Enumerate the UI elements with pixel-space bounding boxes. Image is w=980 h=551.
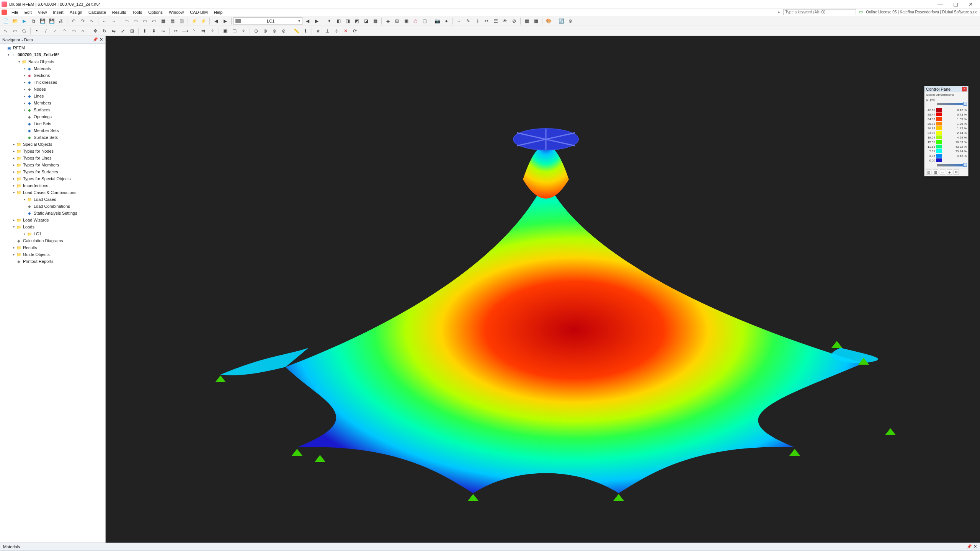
- tree-item[interactable]: ◆Openings: [0, 113, 105, 120]
- tree-item[interactable]: ▸◆Materials: [0, 65, 105, 72]
- copy-icon[interactable]: ⧉: [29, 17, 38, 25]
- fillet-icon[interactable]: ◝: [190, 27, 198, 35]
- print-icon[interactable]: 🖨: [57, 17, 65, 25]
- polyline-icon[interactable]: ⟋: [51, 27, 59, 35]
- pointer-icon[interactable]: ↖: [88, 17, 96, 25]
- calc-icon[interactable]: ⚡: [190, 17, 198, 25]
- layer-icon[interactable]: ☰: [492, 17, 500, 25]
- tree-item[interactable]: ▸📁Load Wizards: [0, 217, 105, 223]
- window-3-icon[interactable]: ▭: [140, 17, 149, 25]
- new-file-icon[interactable]: 📄: [2, 17, 10, 25]
- clip-icon[interactable]: ✂: [482, 17, 491, 25]
- sweep-icon[interactable]: ↝: [159, 27, 167, 35]
- loadcase-dropdown[interactable]: LC1▾: [234, 17, 302, 25]
- snap-toggle-icon[interactable]: #: [314, 27, 322, 35]
- save-icon[interactable]: 💾: [38, 17, 47, 25]
- view-d-icon[interactable]: ◩: [353, 17, 361, 25]
- tree-item[interactable]: ▸📁Types for Lines: [0, 155, 105, 161]
- dock-close-icon[interactable]: ✕: [973, 544, 977, 549]
- cp-settings-icon[interactable]: ⚙: [954, 170, 959, 175]
- line-icon[interactable]: /: [42, 27, 50, 35]
- tree-item[interactable]: ▾📁Loads: [0, 223, 105, 230]
- sel-poly-icon[interactable]: ⬠: [20, 27, 28, 35]
- menu-window[interactable]: Window: [166, 10, 187, 15]
- save-all-icon[interactable]: 💾: [47, 17, 56, 25]
- pin-icon[interactable]: 📌: [93, 37, 98, 42]
- tree-item[interactable]: ◆Line Sets: [0, 120, 105, 127]
- cube-icon[interactable]: ▣: [402, 17, 410, 25]
- forward-icon[interactable]: →: [109, 17, 118, 25]
- minimize-button[interactable]: —: [933, 0, 948, 8]
- run-icon[interactable]: ▶: [20, 17, 28, 25]
- open-file-icon[interactable]: 📂: [11, 17, 19, 25]
- tree-item[interactable]: ▸📁Types for Surfaces: [0, 168, 105, 175]
- extend-icon[interactable]: ⟶: [181, 27, 189, 35]
- rect-icon[interactable]: ▭: [69, 27, 78, 35]
- tree-item[interactable]: ▸📁Imperfections: [0, 182, 105, 189]
- scale-icon[interactable]: ⤢: [119, 27, 127, 35]
- measure-icon[interactable]: 📏: [292, 27, 301, 35]
- tree-item[interactable]: ▸◆Sections: [0, 72, 105, 79]
- tree-item[interactable]: ▸📁Guide Objects: [0, 251, 105, 258]
- circle-icon[interactable]: ○: [78, 27, 87, 35]
- menu-file[interactable]: File: [8, 10, 21, 15]
- cp-range-icon[interactable]: ↔: [940, 170, 945, 175]
- update-icon[interactable]: 🔄: [557, 17, 565, 25]
- close-panel-icon[interactable]: ✕: [100, 37, 103, 42]
- trim-icon[interactable]: ✂: [172, 27, 180, 35]
- cp-colors-icon[interactable]: ▤: [926, 170, 931, 175]
- tree-item[interactable]: ◆Member Sets: [0, 127, 105, 134]
- next-lc-icon[interactable]: ▶: [221, 17, 229, 25]
- tree-item[interactable]: ▾📁Load Cases & Combinations: [0, 189, 105, 196]
- tree-item[interactable]: ▸📁Types for Nodes: [0, 148, 105, 155]
- record-icon[interactable]: ●: [442, 17, 451, 25]
- rotate-icon[interactable]: ↻: [100, 27, 109, 35]
- tree-item[interactable]: ▸◆Lines: [0, 93, 105, 99]
- lc-prev-icon[interactable]: ◀: [303, 17, 312, 25]
- offset-icon[interactable]: ⇉: [199, 27, 207, 35]
- group-icon[interactable]: ▣: [221, 27, 229, 35]
- mirror-icon[interactable]: ⇋: [109, 27, 118, 35]
- table-icon[interactable]: ▥: [177, 17, 186, 25]
- tree-item[interactable]: ◆Load Combinations: [0, 203, 105, 210]
- view-e-icon[interactable]: ◪: [362, 17, 370, 25]
- view-b-icon[interactable]: ◧: [334, 17, 343, 25]
- menu-assign[interactable]: Assign: [67, 10, 85, 15]
- tree-item[interactable]: ▸📁Types for Members: [0, 161, 105, 168]
- ungroup-icon[interactable]: ▢: [230, 27, 238, 35]
- panel-icon[interactable]: ▤: [168, 17, 176, 25]
- tree-item[interactable]: ◆Static Analysis Settings: [0, 210, 105, 217]
- window-tile-icon[interactable]: ▦: [159, 17, 167, 25]
- tree-item[interactable]: ▸◆Nodes: [0, 86, 105, 93]
- keyword-search-input[interactable]: [783, 9, 856, 15]
- legend-max-slider[interactable]: [937, 103, 966, 105]
- tree-item[interactable]: ▸📁Types for Special Objects: [0, 175, 105, 182]
- render-icon[interactable]: ◎: [411, 17, 420, 25]
- menu-edit[interactable]: Edit: [21, 10, 35, 15]
- control-panel-close-icon[interactable]: ✕: [962, 87, 967, 91]
- info-icon[interactable]: ℹ: [301, 27, 310, 35]
- view-c-icon[interactable]: ◨: [343, 17, 352, 25]
- menu-help[interactable]: Help: [211, 10, 226, 15]
- show-2-icon[interactable]: ▦: [532, 17, 540, 25]
- model-viewport[interactable]: Control Panel✕ Global Deformations |u| […: [106, 36, 980, 543]
- tree-root[interactable]: ▣RFEM: [0, 44, 105, 51]
- annot-icon[interactable]: ✎: [464, 17, 472, 25]
- tree-item[interactable]: ◆Printout Reports: [0, 258, 105, 265]
- tree-project[interactable]: ▾▫000709_123_Zelt.rf6*: [0, 51, 105, 58]
- refresh-icon[interactable]: ⟳: [351, 27, 359, 35]
- menu-insert[interactable]: Insert: [50, 10, 67, 15]
- app-menu-icon[interactable]: [2, 10, 7, 15]
- sec-icon[interactable]: ⟊: [473, 17, 482, 25]
- snap-2-icon[interactable]: ⊕: [261, 27, 270, 35]
- undo-icon[interactable]: ↶: [69, 17, 78, 25]
- explode-icon[interactable]: ✧: [239, 27, 248, 35]
- tree-item[interactable]: ▸📁Load Cases: [0, 196, 105, 203]
- wireframe-icon[interactable]: ▢: [420, 17, 429, 25]
- divide-icon[interactable]: ÷: [208, 27, 217, 35]
- xoy-icon[interactable]: ⊞: [393, 17, 401, 25]
- stop-icon[interactable]: ⊗: [566, 17, 575, 25]
- grid-icon[interactable]: ▦: [371, 17, 379, 25]
- tree-item[interactable]: ◆Surface Sets: [0, 134, 105, 141]
- calc-all-icon[interactable]: ⚡: [199, 17, 207, 25]
